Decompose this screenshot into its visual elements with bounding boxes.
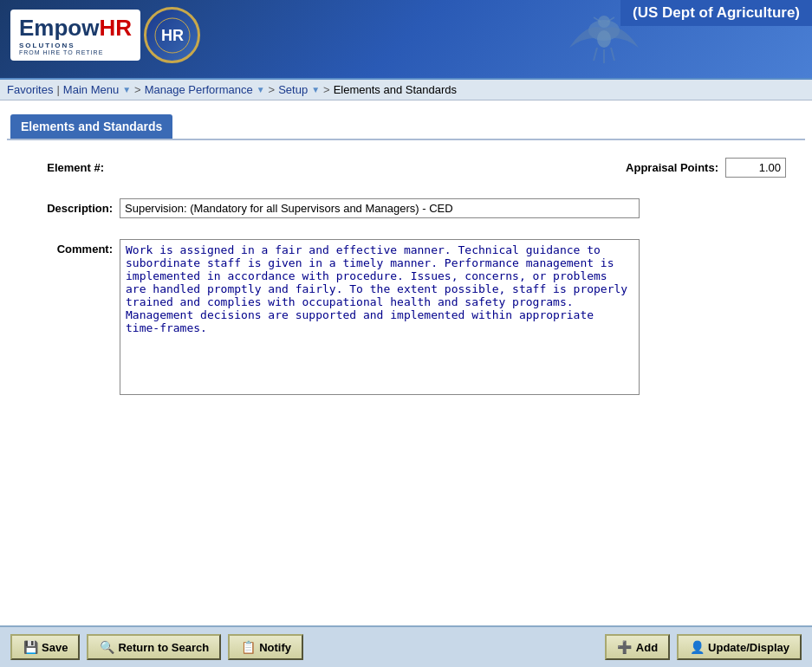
svg-point-3 (597, 30, 611, 48)
breadcrumb-setup[interactable]: Setup (278, 83, 308, 96)
save-icon: 💾 (23, 640, 38, 654)
element-appraisal-row: Element #: Appraisal Points: (26, 158, 786, 178)
breadcrumb-sep-4: > (323, 83, 330, 96)
add-button[interactable]: ➕ Add (605, 634, 670, 660)
logo-circle-icon: HR (153, 16, 192, 55)
return-to-search-button[interactable]: 🔍 Return to Search (87, 634, 221, 660)
element-label: Element #: (26, 161, 104, 174)
appraisal-label: Appraisal Points: (626, 161, 718, 174)
logo-hr: HR (99, 15, 132, 42)
comment-label: Comment: (26, 239, 113, 256)
comment-row: Comment: Work is assigned in a fair and … (26, 239, 786, 395)
comment-textarea[interactable]: Work is assigned in a fair and effective… (120, 239, 640, 395)
update-display-button[interactable]: 👤 Update/Display (677, 634, 802, 660)
breadcrumb-sep-3: > (269, 83, 276, 96)
add-label: Add (636, 641, 658, 654)
notify-label: Notify (259, 641, 291, 654)
description-label: Description: (26, 202, 113, 215)
dropdown-arrow-1: ▼ (122, 85, 131, 94)
top-header: EmpowHR SOLUTIONS FROM HIRE TO RETIRE HR… (0, 0, 812, 78)
add-icon: ➕ (617, 640, 633, 654)
page-content: Elements and Standards Element #: Apprai… (0, 100, 812, 450)
appraisal-points-input[interactable] (725, 158, 786, 178)
eagle-decoration (552, 0, 656, 78)
logo-circle: HR (144, 7, 200, 63)
notify-icon: 📋 (240, 640, 256, 654)
logo-tagline: FROM HIRE TO RETIRE (19, 49, 103, 55)
breadcrumb: Favorites | Main Menu ▼ > Manage Perform… (0, 78, 812, 100)
logo-solutions: SOLUTIONS (19, 42, 75, 49)
button-bar: 💾 Save 🔍 Return to Search 📋 Notify ➕ Add… (0, 625, 812, 667)
description-row: Description: (26, 198, 786, 218)
dropdown-arrow-3: ▼ (311, 85, 320, 94)
breadcrumb-manage-performance[interactable]: Manage Performance (145, 83, 253, 96)
return-to-search-label: Return to Search (118, 641, 209, 654)
search-icon: 🔍 (99, 640, 114, 654)
form-area: Element #: Appraisal Points: Description… (0, 140, 812, 433)
element-group: Element #: (26, 161, 111, 174)
save-button[interactable]: 💾 Save (10, 634, 80, 660)
logo-empow: Empow (19, 15, 99, 42)
section-header: Elements and Standards (10, 114, 172, 139)
breadcrumb-mainmenu[interactable]: Main Menu (63, 83, 119, 96)
breadcrumb-favorites[interactable]: Favorites (7, 83, 53, 96)
eagle-icon (561, 4, 647, 74)
svg-text:HR: HR (161, 27, 184, 44)
button-group-left: 💾 Save 🔍 Return to Search 📋 Notify (10, 634, 303, 660)
breadcrumb-sep-1: | (56, 83, 59, 96)
update-display-label: Update/Display (708, 641, 789, 654)
breadcrumb-sep-2: > (134, 83, 141, 96)
button-group-right: ➕ Add 👤 Update/Display (605, 634, 802, 660)
notify-button[interactable]: 📋 Notify (228, 634, 303, 660)
save-label: Save (42, 641, 68, 654)
logo-area: EmpowHR SOLUTIONS FROM HIRE TO RETIRE HR (0, 0, 211, 70)
appraisal-group: Appraisal Points: (626, 158, 786, 178)
breadcrumb-elements-standards: Elements and Standards (334, 83, 457, 96)
dropdown-arrow-2: ▼ (257, 85, 265, 94)
description-input[interactable] (120, 198, 640, 218)
update-icon: 👤 (689, 640, 705, 654)
